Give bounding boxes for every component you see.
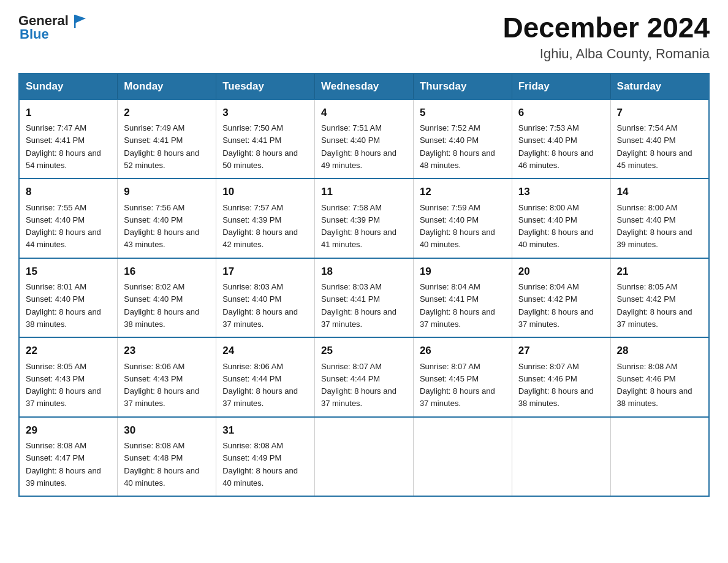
day-sunset: Sunset: 4:49 PM (222, 453, 281, 462)
day-sunset: Sunset: 4:42 PM (518, 294, 577, 304)
day-number: 5 (420, 105, 506, 121)
day-sunrise: Sunrise: 8:04 AM (420, 282, 480, 291)
day-daylight: Daylight: 8 hours and 40 minutes. (124, 466, 199, 488)
day-daylight: Daylight: 8 hours and 38 minutes. (518, 386, 594, 408)
day-sunrise: Sunrise: 7:54 AM (617, 123, 678, 132)
day-sunset: Sunset: 4:42 PM (617, 294, 676, 304)
calendar-cell: 13 Sunrise: 8:00 AM Sunset: 4:40 PM Dayl… (512, 178, 610, 258)
day-number: 26 (420, 343, 506, 359)
week-row-3: 15 Sunrise: 8:01 AM Sunset: 4:40 PM Dayl… (19, 258, 709, 338)
calendar-cell: 30 Sunrise: 8:08 AM Sunset: 4:48 PM Dayl… (118, 417, 216, 497)
day-number: 7 (617, 105, 702, 121)
calendar-cell (610, 417, 709, 497)
calendar-title-area: December 2024 Ighiu, Alba County, Romani… (502, 12, 710, 62)
day-daylight: Daylight: 8 hours and 40 minutes. (518, 228, 594, 249)
calendar-title: December 2024 (502, 12, 710, 44)
calendar-cell (512, 417, 610, 497)
day-sunrise: Sunrise: 7:50 AM (222, 123, 283, 132)
day-number: 1 (26, 105, 111, 121)
day-number: 15 (26, 264, 111, 280)
day-sunset: Sunset: 4:43 PM (124, 374, 183, 383)
day-sunset: Sunset: 4:44 PM (222, 374, 281, 383)
day-sunrise: Sunrise: 7:57 AM (222, 203, 283, 212)
day-daylight: Daylight: 8 hours and 45 minutes. (617, 148, 692, 170)
calendar-cell: 9 Sunrise: 7:56 AM Sunset: 4:40 PM Dayli… (118, 178, 216, 258)
day-daylight: Daylight: 8 hours and 37 minutes. (420, 386, 495, 408)
calendar-cell: 18 Sunrise: 8:03 AM Sunset: 4:41 PM Dayl… (315, 258, 414, 338)
day-daylight: Daylight: 8 hours and 37 minutes. (124, 386, 199, 408)
day-daylight: Daylight: 8 hours and 39 minutes. (617, 228, 692, 249)
calendar-cell: 6 Sunrise: 7:53 AM Sunset: 4:40 PM Dayli… (512, 99, 610, 179)
day-number: 12 (420, 184, 506, 200)
calendar-cell: 23 Sunrise: 8:06 AM Sunset: 4:43 PM Dayl… (118, 337, 216, 417)
day-daylight: Daylight: 8 hours and 46 minutes. (518, 148, 594, 170)
week-row-1: 1 Sunrise: 7:47 AM Sunset: 4:41 PM Dayli… (19, 99, 709, 179)
day-sunrise: Sunrise: 8:08 AM (26, 441, 86, 450)
day-number: 8 (26, 184, 111, 200)
calendar-cell: 31 Sunrise: 8:08 AM Sunset: 4:49 PM Dayl… (216, 417, 315, 497)
day-sunrise: Sunrise: 8:03 AM (321, 282, 382, 291)
day-sunset: Sunset: 4:45 PM (420, 374, 479, 383)
day-sunset: Sunset: 4:40 PM (420, 215, 479, 224)
header-tuesday: Tuesday (216, 74, 315, 99)
day-sunrise: Sunrise: 8:08 AM (222, 441, 283, 450)
calendar-cell: 28 Sunrise: 8:08 AM Sunset: 4:46 PM Dayl… (610, 337, 709, 417)
day-daylight: Daylight: 8 hours and 37 minutes. (321, 386, 396, 408)
day-daylight: Daylight: 8 hours and 48 minutes. (420, 148, 495, 170)
day-sunrise: Sunrise: 7:59 AM (420, 203, 480, 212)
day-sunset: Sunset: 4:43 PM (26, 374, 85, 383)
day-daylight: Daylight: 8 hours and 43 minutes. (124, 228, 199, 249)
day-sunset: Sunset: 4:41 PM (420, 294, 479, 304)
day-number: 11 (321, 184, 407, 200)
day-sunset: Sunset: 4:41 PM (26, 136, 85, 145)
day-sunset: Sunset: 4:48 PM (124, 453, 183, 462)
day-daylight: Daylight: 8 hours and 44 minutes. (26, 228, 101, 249)
day-sunset: Sunset: 4:47 PM (26, 453, 85, 462)
day-daylight: Daylight: 8 hours and 38 minutes. (617, 386, 692, 408)
day-number: 27 (518, 343, 604, 359)
day-sunrise: Sunrise: 8:08 AM (124, 441, 184, 450)
calendar-cell: 8 Sunrise: 7:55 AM Sunset: 4:40 PM Dayli… (19, 178, 118, 258)
day-daylight: Daylight: 8 hours and 41 minutes. (321, 228, 396, 249)
day-number: 3 (222, 105, 308, 121)
day-sunset: Sunset: 4:40 PM (518, 215, 577, 224)
header-sunday: Sunday (19, 74, 118, 99)
calendar-cell: 21 Sunrise: 8:05 AM Sunset: 4:42 PM Dayl… (610, 258, 709, 338)
day-sunrise: Sunrise: 8:03 AM (222, 282, 283, 291)
day-sunrise: Sunrise: 7:55 AM (26, 203, 86, 212)
calendar-cell: 3 Sunrise: 7:50 AM Sunset: 4:41 PM Dayli… (216, 99, 315, 179)
day-number: 24 (222, 343, 308, 359)
logo-flag-icon (72, 12, 89, 29)
week-row-4: 22 Sunrise: 8:05 AM Sunset: 4:43 PM Dayl… (19, 337, 709, 417)
calendar-cell: 14 Sunrise: 8:00 AM Sunset: 4:40 PM Dayl… (610, 178, 709, 258)
day-number: 2 (124, 105, 210, 121)
svg-marker-0 (75, 15, 86, 23)
day-daylight: Daylight: 8 hours and 37 minutes. (420, 307, 495, 329)
day-sunset: Sunset: 4:44 PM (321, 374, 380, 383)
day-number: 23 (124, 343, 210, 359)
day-daylight: Daylight: 8 hours and 54 minutes. (26, 148, 101, 170)
week-row-5: 29 Sunrise: 8:08 AM Sunset: 4:47 PM Dayl… (19, 417, 709, 497)
calendar-cell: 26 Sunrise: 8:07 AM Sunset: 4:45 PM Dayl… (413, 337, 512, 417)
day-number: 18 (321, 264, 407, 280)
day-sunrise: Sunrise: 8:01 AM (26, 282, 86, 291)
day-sunset: Sunset: 4:46 PM (518, 374, 577, 383)
day-sunset: Sunset: 4:40 PM (26, 294, 85, 304)
day-daylight: Daylight: 8 hours and 52 minutes. (124, 148, 199, 170)
logo-blue-text: Blue (20, 26, 49, 42)
calendar-cell: 24 Sunrise: 8:06 AM Sunset: 4:44 PM Dayl… (216, 337, 315, 417)
day-number: 17 (222, 264, 308, 280)
calendar-cell: 11 Sunrise: 7:58 AM Sunset: 4:39 PM Dayl… (315, 178, 414, 258)
day-sunrise: Sunrise: 8:04 AM (518, 282, 579, 291)
svg-rect-1 (74, 15, 76, 28)
day-sunrise: Sunrise: 7:49 AM (124, 123, 184, 132)
day-sunrise: Sunrise: 8:00 AM (518, 203, 579, 212)
day-daylight: Daylight: 8 hours and 37 minutes. (26, 386, 101, 408)
calendar-cell: 19 Sunrise: 8:04 AM Sunset: 4:41 PM Dayl… (413, 258, 512, 338)
day-sunset: Sunset: 4:40 PM (222, 294, 281, 304)
day-sunrise: Sunrise: 8:02 AM (124, 282, 184, 291)
day-sunrise: Sunrise: 7:47 AM (26, 123, 86, 132)
calendar-subtitle: Ighiu, Alba County, Romania (502, 46, 710, 62)
day-sunrise: Sunrise: 8:07 AM (321, 362, 382, 371)
day-number: 6 (518, 105, 604, 121)
